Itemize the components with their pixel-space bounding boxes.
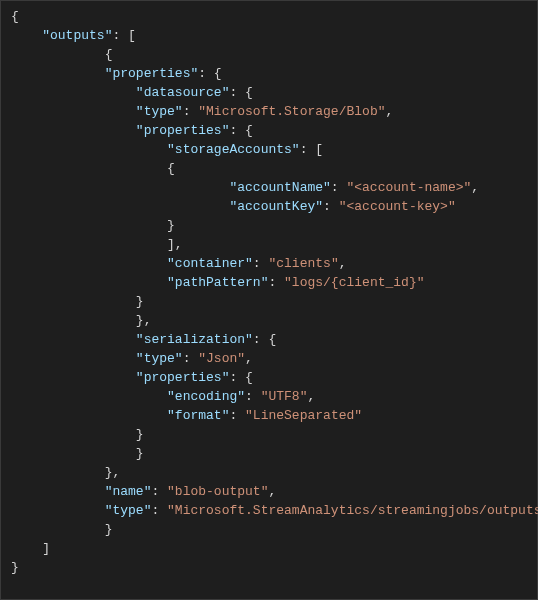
token-p: } bbox=[136, 446, 144, 461]
token-k: "type" bbox=[105, 503, 152, 518]
token-p: : bbox=[323, 199, 339, 214]
token-p: , bbox=[245, 351, 253, 366]
token-p: : { bbox=[198, 66, 221, 81]
token-p: : bbox=[151, 503, 167, 518]
token-p: : bbox=[331, 180, 347, 195]
token-p: : bbox=[183, 104, 199, 119]
token-k: "storageAccounts" bbox=[167, 142, 300, 157]
token-p: : { bbox=[253, 332, 276, 347]
token-k: "accountName" bbox=[229, 180, 330, 195]
token-p: : [ bbox=[300, 142, 323, 157]
token-s: "<account-name>" bbox=[346, 180, 471, 195]
token-k: "accountKey" bbox=[229, 199, 323, 214]
code-line: "type": "Microsoft.StreamAnalytics/strea… bbox=[11, 501, 537, 520]
token-p: } bbox=[167, 218, 175, 233]
token-p: : [ bbox=[112, 28, 135, 43]
code-line: "pathPattern": "logs/{client_id}" bbox=[11, 273, 537, 292]
token-s: "logs/{client_id}" bbox=[284, 275, 424, 290]
token-s: "Microsoft.Storage/Blob" bbox=[198, 104, 385, 119]
token-p: : bbox=[229, 408, 245, 423]
token-k: "serialization" bbox=[136, 332, 253, 347]
code-line: { bbox=[11, 159, 537, 178]
token-s: "LineSeparated" bbox=[245, 408, 362, 423]
token-s: "Microsoft.StreamAnalytics/streamingjobs… bbox=[167, 503, 538, 518]
code-line: "name": "blob-output", bbox=[11, 482, 537, 501]
token-s: "blob-output" bbox=[167, 484, 268, 499]
code-line: "container": "clients", bbox=[11, 254, 537, 273]
code-line: ] bbox=[11, 539, 537, 558]
token-k: "datasource" bbox=[136, 85, 230, 100]
token-p: , bbox=[471, 180, 479, 195]
token-k: "properties" bbox=[105, 66, 199, 81]
token-p: : { bbox=[229, 85, 252, 100]
token-k: "properties" bbox=[136, 370, 230, 385]
token-p: : bbox=[245, 389, 261, 404]
token-p: : bbox=[253, 256, 269, 271]
code-line: "properties": { bbox=[11, 121, 537, 140]
token-p: , bbox=[268, 484, 276, 499]
code-line: "encoding": "UTF8", bbox=[11, 387, 537, 406]
token-k: "container" bbox=[167, 256, 253, 271]
code-line: "accountName": "<account-name>", bbox=[11, 178, 537, 197]
token-p: : { bbox=[229, 370, 252, 385]
code-line: "outputs": [ bbox=[11, 26, 537, 45]
token-p: } bbox=[136, 294, 144, 309]
code-line: } bbox=[11, 216, 537, 235]
code-line: "serialization": { bbox=[11, 330, 537, 349]
token-p: } bbox=[11, 560, 19, 575]
token-p: }, bbox=[105, 465, 121, 480]
code-line: "properties": { bbox=[11, 368, 537, 387]
code-line: "datasource": { bbox=[11, 83, 537, 102]
token-k: "pathPattern" bbox=[167, 275, 268, 290]
code-line: } bbox=[11, 292, 537, 311]
token-s: "<account-key>" bbox=[339, 199, 456, 214]
token-k: "format" bbox=[167, 408, 229, 423]
code-line: ], bbox=[11, 235, 537, 254]
token-p: { bbox=[105, 47, 113, 62]
token-p: : bbox=[151, 484, 167, 499]
code-line: { bbox=[11, 7, 537, 26]
code-line: } bbox=[11, 425, 537, 444]
code-line: "type": "Json", bbox=[11, 349, 537, 368]
token-p: { bbox=[167, 161, 175, 176]
token-p: , bbox=[339, 256, 347, 271]
token-k: "type" bbox=[136, 351, 183, 366]
token-k: "outputs" bbox=[42, 28, 112, 43]
token-p: ], bbox=[167, 237, 183, 252]
code-line: } bbox=[11, 520, 537, 539]
code-line: } bbox=[11, 558, 537, 577]
code-line: "accountKey": "<account-key>" bbox=[11, 197, 537, 216]
code-line: "type": "Microsoft.Storage/Blob", bbox=[11, 102, 537, 121]
token-k: "name" bbox=[105, 484, 152, 499]
token-k: "properties" bbox=[136, 123, 230, 138]
code-line: "properties": { bbox=[11, 64, 537, 83]
token-s: "clients" bbox=[268, 256, 338, 271]
code-line: "storageAccounts": [ bbox=[11, 140, 537, 159]
json-code-editor: { "outputs": [ { "properties": { "dataso… bbox=[0, 0, 538, 600]
token-s: "Json" bbox=[198, 351, 245, 366]
token-p: : bbox=[268, 275, 284, 290]
token-p: , bbox=[385, 104, 393, 119]
code-line: { bbox=[11, 45, 537, 64]
code-line: "format": "LineSeparated" bbox=[11, 406, 537, 425]
token-p: }, bbox=[136, 313, 152, 328]
token-k: "type" bbox=[136, 104, 183, 119]
token-p: { bbox=[11, 9, 19, 24]
token-p: : bbox=[183, 351, 199, 366]
token-s: "UTF8" bbox=[261, 389, 308, 404]
code-line: }, bbox=[11, 463, 537, 482]
token-p: } bbox=[105, 522, 113, 537]
token-k: "encoding" bbox=[167, 389, 245, 404]
token-p: } bbox=[136, 427, 144, 442]
code-line: } bbox=[11, 444, 537, 463]
code-line: }, bbox=[11, 311, 537, 330]
token-p: ] bbox=[42, 541, 50, 556]
token-p: , bbox=[307, 389, 315, 404]
token-p: : { bbox=[229, 123, 252, 138]
